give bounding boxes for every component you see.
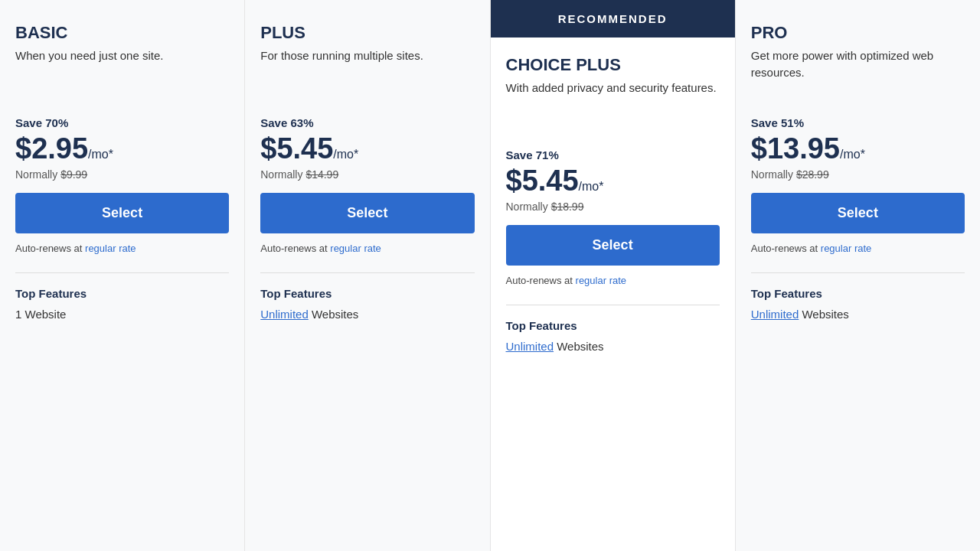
regular-rate-link[interactable]: regular rate	[330, 243, 381, 254]
price-main: $5.45	[506, 165, 579, 197]
recommended-banner: RECOMMENDED	[491, 0, 735, 37]
website-feature: Unlimited Websites	[260, 308, 474, 321]
price-main: $13.95	[751, 132, 840, 165]
price-period: /mo*	[88, 148, 113, 161]
auto-renew: Auto-renews at regular rate	[15, 243, 229, 254]
plan-desc: For those running multiple sites.	[260, 47, 474, 101]
plan-name: CHOICE PLUS	[506, 55, 720, 75]
top-features-label: Top Features	[260, 272, 474, 300]
auto-renew: Auto-renews at regular rate	[751, 243, 965, 254]
save-badge: Save 70%	[15, 116, 229, 129]
price-normal: Normally $14.99	[260, 168, 474, 181]
plan-col-pro: PRO Get more power with optimized web re…	[736, 0, 980, 551]
price-main: $5.45	[260, 132, 333, 165]
price-period: /mo*	[579, 180, 604, 194]
unlimited-link[interactable]: Unlimited	[751, 308, 799, 321]
plan-col-choice-plus: RECOMMENDED CHOICE PLUS With added priva…	[491, 0, 736, 551]
auto-renew: Auto-renews at regular rate	[506, 275, 720, 286]
plan-col-basic: BASIC When you need just one site. Save …	[0, 0, 245, 551]
top-features-label: Top Features	[751, 272, 965, 300]
price-normal: Normally $9.99	[15, 168, 229, 181]
price-period: /mo*	[333, 148, 358, 161]
top-features-label: Top Features	[506, 305, 720, 332]
regular-rate-link[interactable]: regular rate	[821, 243, 871, 254]
select-button-pro[interactable]: Select	[751, 193, 965, 233]
price-row: $5.45 /mo*	[260, 132, 474, 165]
plan-name: PRO	[751, 23, 965, 43]
price-main: $2.95	[15, 132, 88, 165]
price-row: $5.45 /mo*	[506, 165, 720, 197]
save-badge: Save 63%	[260, 116, 474, 129]
select-button-choice-plus[interactable]: Select	[506, 225, 720, 266]
price-row: $2.95 /mo*	[15, 132, 229, 165]
save-badge: Save 51%	[751, 116, 965, 129]
plan-name: PLUS	[260, 23, 474, 43]
auto-renew: Auto-renews at regular rate	[260, 243, 474, 254]
plan-col-plus: PLUS For those running multiple sites. S…	[245, 0, 490, 551]
top-features-label: Top Features	[15, 272, 229, 300]
plan-desc: With added privacy and security features…	[506, 80, 720, 133]
price-row: $13.95 /mo*	[751, 132, 965, 165]
select-button-basic[interactable]: Select	[15, 193, 229, 233]
price-normal: Normally $28.99	[751, 168, 965, 181]
website-feature: Unlimited Websites	[751, 308, 965, 321]
price-normal: Normally $18.99	[506, 201, 720, 213]
select-button-plus[interactable]: Select	[260, 193, 474, 233]
plan-desc: When you need just one site.	[15, 47, 229, 101]
website-feature: 1 Website	[15, 308, 229, 321]
website-feature: Unlimited Websites	[506, 340, 720, 353]
unlimited-link[interactable]: Unlimited	[506, 340, 554, 353]
regular-rate-link[interactable]: regular rate	[85, 243, 136, 254]
plan-desc: Get more power with optimized web resour…	[751, 47, 965, 101]
price-period: /mo*	[840, 148, 865, 161]
save-badge: Save 71%	[506, 148, 720, 161]
unlimited-link[interactable]: Unlimited	[260, 308, 309, 321]
plan-name: BASIC	[15, 23, 229, 43]
regular-rate-link[interactable]: regular rate	[576, 275, 626, 286]
plans-container: BASIC When you need just one site. Save …	[0, 0, 980, 551]
